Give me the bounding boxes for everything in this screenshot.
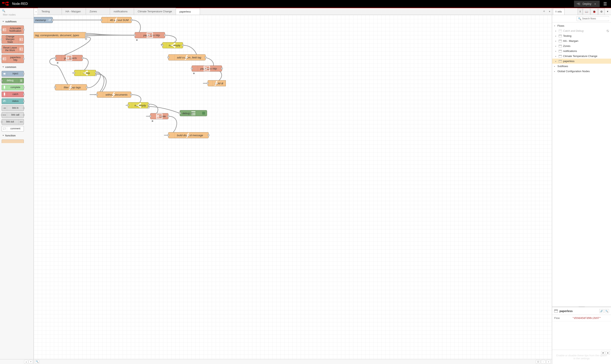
palette-node-complete[interactable]: complete bbox=[2, 85, 24, 90]
bug-icon: 🐞 bbox=[593, 10, 596, 13]
navigator-button[interactable]: 🔍 bbox=[35, 360, 40, 364]
function-build-di-node[interactable]: build di bbox=[208, 80, 226, 86]
palette-node-paperless-http[interactable]: paperless http bbox=[2, 54, 24, 63]
tab-add-button[interactable]: + bbox=[541, 8, 547, 15]
svg-rect-2 bbox=[6, 4, 9, 5]
function-icon bbox=[168, 54, 174, 60]
palette-panel: 🔍 subflows Actionable Notification Chang… bbox=[0, 8, 34, 364]
palette-node-inject[interactable]: inject bbox=[2, 71, 24, 77]
palette-category-subflows[interactable]: subflows bbox=[0, 18, 34, 25]
tree-global-config-header[interactable]: ▸Global Configuration Nodes bbox=[552, 69, 611, 74]
tree-flow-zones[interactable]: ▸Zones bbox=[552, 43, 611, 49]
palette-filter-input[interactable] bbox=[2, 12, 32, 17]
link-in-icon bbox=[2, 105, 7, 111]
sidebar-search-input[interactable] bbox=[582, 17, 611, 20]
sidebar-tips: ⟳ ✕ Enable or disable these tips from th… bbox=[552, 350, 611, 364]
palette-node-actionable-notification[interactable]: Actionable Notification bbox=[2, 26, 24, 34]
tree-flow-climate-temperature-change[interactable]: ▸Climate Temperature Change bbox=[552, 53, 611, 59]
palette-node-comment[interactable]: comment bbox=[2, 126, 24, 131]
tree-flow-catch-and-debug[interactable]: ▸Catch and Debug bbox=[552, 28, 611, 33]
debug-12-node[interactable]: debug 12 bbox=[180, 110, 207, 116]
flow-icon bbox=[559, 45, 562, 47]
tree-flow-paperless[interactable]: ▸paperless bbox=[552, 59, 611, 64]
subflow-delete-node[interactable]: delete bbox=[150, 113, 168, 119]
palette-node-status[interactable]: status bbox=[2, 98, 24, 104]
sidebar-tab-debug[interactable]: 🐞 bbox=[591, 8, 598, 15]
tab-menu-button[interactable]: ▾ bbox=[547, 8, 552, 15]
function-build-discord-node[interactable]: build discord message bbox=[168, 132, 209, 138]
tab-ha-mazgan[interactable]: HA - Mazgan bbox=[62, 8, 86, 14]
tree-flows-header[interactable]: ▾Flows bbox=[552, 23, 611, 28]
tree-flow-testing[interactable]: ▸Testing bbox=[552, 33, 611, 39]
tab-testing[interactable]: Testing bbox=[38, 8, 62, 14]
svg-rect-9 bbox=[20, 39, 21, 40]
subflow-get-objects-node[interactable]: get objects bbox=[55, 55, 83, 61]
palette-node-link-in[interactable]: link in bbox=[2, 105, 24, 111]
info-icon: i bbox=[580, 10, 581, 13]
inject-timestamp-node[interactable]: mestamp⟳ bbox=[34, 17, 53, 23]
svg-point-20 bbox=[4, 96, 5, 96]
hamburger-menu-button[interactable]: ☰ bbox=[601, 0, 609, 7]
palette-collapse-down-button[interactable]: ▾ bbox=[29, 360, 33, 364]
wires-layer bbox=[34, 15, 552, 359]
subflow-icon bbox=[56, 55, 62, 61]
palette-node-function-peek[interactable] bbox=[2, 140, 24, 143]
catch-icon bbox=[2, 92, 7, 97]
debug-icon bbox=[196, 110, 202, 116]
subflow-paperless-http-1-node[interactable]: paperless http bbox=[135, 32, 165, 38]
tab-paperless[interactable]: paperless bbox=[176, 8, 200, 15]
switch-if-tags-node[interactable]: if tags bbox=[74, 70, 96, 76]
debug-icon bbox=[18, 78, 24, 83]
subflow-icon bbox=[150, 113, 156, 119]
tab-climate-temperature-change[interactable]: Climate Temperature Change bbox=[134, 8, 176, 14]
book-icon: 📖 bbox=[585, 10, 588, 13]
app-header: Node-RED Deploy ☰ bbox=[0, 0, 611, 8]
palette-node-link-call[interactable]: link call bbox=[2, 112, 24, 118]
info-search-button[interactable]: 🔍 bbox=[605, 309, 609, 313]
tab-notifications[interactable]: notifications bbox=[110, 8, 134, 14]
info-link-button[interactable]: 🔗 bbox=[599, 309, 604, 313]
debug-toggle-button[interactable] bbox=[202, 112, 205, 115]
sidebar-tab-info[interactable]: iinfo bbox=[553, 8, 564, 15]
svg-point-23 bbox=[20, 121, 21, 122]
palette-category-common[interactable]: common bbox=[0, 64, 34, 70]
switch-not-empty-1-node[interactable]: not empty bbox=[162, 42, 183, 48]
tab-zones[interactable]: Zones bbox=[86, 8, 110, 14]
flow-icon bbox=[559, 35, 562, 37]
deploy-button[interactable]: Deploy bbox=[574, 0, 600, 7]
tips-close-button[interactable]: ✕ bbox=[606, 351, 610, 355]
inject-tags-node[interactable]: tag, correspondents, document_types bbox=[34, 32, 86, 38]
palette-node-debug[interactable]: debug bbox=[2, 78, 24, 83]
sidebar-tab-config[interactable]: ⚙ bbox=[598, 8, 605, 15]
tips-refresh-button[interactable]: ⟳ bbox=[601, 351, 605, 355]
canvas[interactable]: mestamp⟳ 46 without SUM tag, corresponde… bbox=[34, 15, 552, 359]
disabled-icon bbox=[607, 30, 609, 32]
zoom-reset-button[interactable]: ⊡ bbox=[536, 360, 540, 364]
tree-subflows-header[interactable]: ▸Subflows bbox=[552, 64, 611, 69]
sidebar-tab-help[interactable]: i bbox=[578, 8, 583, 15]
svg-rect-11 bbox=[20, 49, 21, 50]
svg-rect-7 bbox=[3, 29, 4, 30]
subflow-icon bbox=[135, 32, 141, 38]
palette-node-link-out[interactable]: link out bbox=[2, 119, 24, 125]
switch-not-empty-2-node[interactable]: not empty bbox=[128, 102, 149, 108]
zoom-out-button[interactable]: − bbox=[541, 360, 545, 364]
palette-node-change-mazgan[interactable]: Change Mazgan State bbox=[2, 35, 24, 44]
sidebar-tab-book[interactable]: 📖 bbox=[583, 8, 590, 15]
subflow-paperless-http-2-node[interactable]: paperless http bbox=[192, 65, 222, 72]
sidebar-tab-menu[interactable]: ▾ bbox=[605, 8, 610, 15]
tree-flow-notifications[interactable]: ▸notifications bbox=[552, 49, 611, 53]
function-46-without-sum-node[interactable]: 46 without SUM bbox=[101, 17, 132, 23]
tree-flow-ha-mazgan[interactable]: ▸HA - Mazgan bbox=[552, 39, 611, 43]
tab-scroll-left-button[interactable]: ◂ bbox=[34, 8, 38, 15]
zoom-in-button[interactable]: + bbox=[546, 360, 551, 364]
palette-category-function[interactable]: function bbox=[0, 132, 34, 139]
palette-collapse-up-button[interactable]: ▴ bbox=[24, 360, 28, 364]
function-add-custom-field-node[interactable]: add custom_field tag bbox=[168, 54, 206, 60]
svg-point-22 bbox=[3, 115, 4, 115]
palette-node-catch[interactable]: catch bbox=[2, 91, 24, 97]
function-filter-keep-tags-node[interactable]: filter keep tags bbox=[55, 84, 87, 90]
function-without-documents-node[interactable]: without documents bbox=[97, 91, 131, 98]
svg-rect-1 bbox=[6, 2, 9, 3]
palette-node-reset-leave[interactable]: Reset Leave the Work bbox=[2, 45, 24, 53]
